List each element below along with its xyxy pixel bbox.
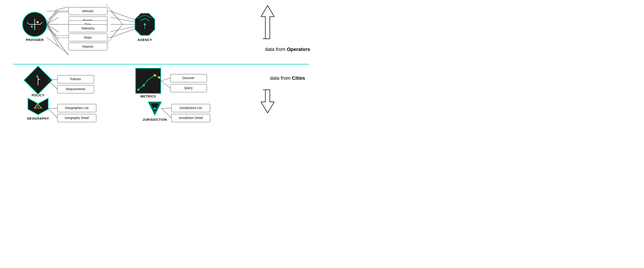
main-container: PROVIDER AGENCY [0,0,322,134]
svg-point-5 [31,26,33,28]
svg-marker-62 [150,103,160,113]
svg-line-59 [48,108,58,118]
svg-marker-20 [48,11,123,38]
svg-line-25 [110,29,135,38]
svg-marker-68 [261,90,274,113]
svg-point-8 [144,23,146,26]
jurisdiction-label: JURISDICTION [143,118,167,121]
svg-point-6 [36,21,39,23]
svg-marker-61 [148,102,162,115]
svg-rect-42 [136,68,161,93]
geography-label: GEOGRAPHY [27,117,49,120]
svg-marker-52 [33,103,42,109]
svg-line-40 [48,79,58,80]
vehicles-box: Vehicles [82,9,94,13]
svg-rect-38 [58,75,94,83]
svg-line-41 [48,80,58,89]
svg-rect-48 [170,84,207,92]
reports-box: Reports [82,45,93,48]
svg-rect-31 [68,43,107,50]
telemetry-box: Telemetry [81,27,95,30]
svg-rect-30 [68,34,107,41]
data-from-operators-text: data from Operators [265,47,310,52]
svg-line-49 [161,78,170,81]
svg-line-4 [40,22,42,24]
stops-box: Stops [84,36,92,39]
svg-marker-54 [34,104,42,108]
jurisdictions-list-box: Jurisdictions List [179,106,202,110]
svg-marker-7 [135,13,155,35]
svg-point-43 [137,89,139,91]
agency-label: AGENCY [138,38,152,42]
svg-line-50 [161,81,170,88]
svg-rect-47 [170,74,207,82]
svg-rect-39 [58,85,94,93]
svg-rect-28 [68,21,107,28]
discover-box: Discover [182,76,194,80]
svg-marker-36 [36,75,38,77]
svg-marker-32 [261,6,274,39]
svg-rect-57 [58,114,96,122]
query-box: Query [184,86,192,90]
svg-rect-65 [172,114,210,122]
svg-line-22 [110,17,135,22]
svg-rect-29 [68,25,107,32]
policy-label: POLICY [32,93,44,97]
svg-line-14 [47,17,58,24]
svg-point-63 [154,107,156,110]
svg-line-3 [27,22,29,24]
jurisdiction-detail-box: Jurisdiction Detail [178,116,203,120]
svg-rect-64 [172,104,210,112]
svg-line-58 [48,108,58,108]
svg-line-16 [47,24,58,32]
requirements-box: Requirements [66,87,85,91]
svg-point-44 [143,84,145,86]
svg-rect-34 [24,66,52,94]
svg-rect-26 [68,7,107,15]
svg-line-13 [47,11,58,24]
svg-rect-27 [68,17,107,24]
svg-point-0 [22,12,47,37]
metrics-label: METRICS [140,95,156,98]
geography-detail-box: Geography Detail [65,116,89,120]
svg-line-17 [47,24,58,39]
svg-line-18 [47,24,58,47]
svg-line-11 [47,38,68,54]
events-box: Events [83,19,93,22]
data-from-cities-text: data from Cities [270,75,305,81]
svg-line-66 [162,108,172,108]
svg-line-67 [162,108,172,118]
svg-point-46 [158,76,160,79]
svg-line-21 [110,11,135,20]
svg-marker-60 [148,102,162,115]
provider-label: PROVIDER [26,38,44,42]
svg-marker-37 [38,79,41,80]
svg-rect-56 [58,104,96,112]
policies-box: Policies [70,77,81,81]
svg-line-24 [110,27,135,32]
trips-box: Trips [84,23,91,26]
svg-marker-51 [28,98,48,115]
geographies-list-box: Geographies List [65,106,88,110]
svg-point-45 [154,74,156,76]
